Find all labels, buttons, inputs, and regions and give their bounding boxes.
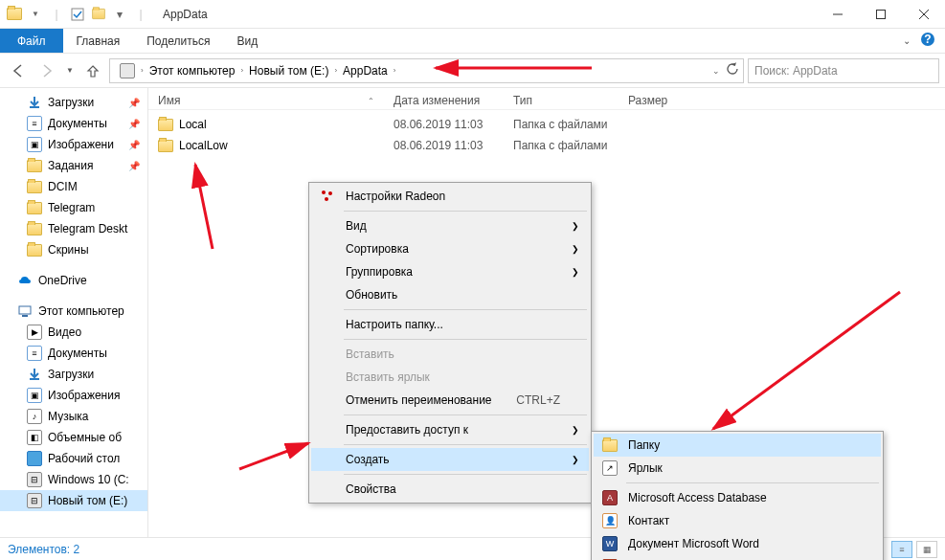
search-input[interactable]: Поиск: AppData: [748, 58, 939, 83]
menu-create[interactable]: Создать❯: [311, 448, 589, 471]
sidebar-item-dcim[interactable]: DCIM: [0, 176, 147, 197]
sidebar-item-downloads2[interactable]: Загрузки: [0, 364, 147, 385]
crumb-drive-icon[interactable]: [114, 59, 141, 82]
svg-rect-9: [22, 315, 28, 317]
svg-rect-8: [19, 306, 31, 314]
sidebar-item-screenshots[interactable]: Скрины: [0, 239, 147, 260]
folder-icon: [158, 140, 173, 152]
ribbon: Файл Главная Поделиться Вид ⌄ ?: [0, 29, 945, 54]
submenu-shortcut[interactable]: ↗Ярлык: [594, 457, 881, 480]
sidebar-item-images[interactable]: ▣Изображени📌: [0, 134, 147, 155]
folder-icon: [601, 437, 619, 454]
tab-view[interactable]: Вид: [223, 29, 271, 53]
chevron-right-icon: ❯: [572, 267, 579, 277]
sidebar-item-onedrive[interactable]: OneDrive: [0, 270, 147, 291]
column-type[interactable]: Тип: [513, 94, 628, 107]
submenu-access[interactable]: AMicrosoft Access Database: [594, 486, 881, 509]
chevron-right-icon: ❯: [572, 244, 579, 254]
sidebar-item-telegram-desktop[interactable]: Telegram Deskt: [0, 218, 147, 239]
shortcut-icon: ↗: [601, 459, 619, 477]
radeon-icon: [319, 188, 336, 205]
close-button[interactable]: [902, 0, 945, 29]
maximize-button[interactable]: [859, 0, 902, 29]
sidebar-item-downloads[interactable]: Загрузки📌: [0, 92, 147, 113]
status-count: Элементов: 2: [8, 543, 79, 556]
column-headers[interactable]: Имя⌃ Дата изменения Тип Размер: [148, 88, 945, 110]
window-title: AppData: [163, 8, 208, 21]
chevron-right-icon: ❯: [572, 221, 579, 231]
menu-paste: Вставить: [311, 343, 589, 366]
svg-point-11: [322, 190, 326, 194]
tab-file[interactable]: Файл: [0, 29, 63, 53]
qat-check-icon[interactable]: [69, 6, 86, 23]
sidebar-item-3dobjects[interactable]: ◧Объемные об: [0, 427, 147, 448]
chevron-right-icon: ❯: [572, 425, 579, 435]
folder-icon: [158, 119, 173, 131]
create-submenu: Папку ↗Ярлык AMicrosoft Access Database …: [591, 431, 884, 560]
refresh-icon[interactable]: [726, 62, 739, 78]
menu-properties[interactable]: Свойства: [311, 478, 589, 501]
file-row[interactable]: Local 08.06.2019 11:03 Папка с файлами: [148, 114, 945, 135]
qat-dropdown-icon[interactable]: ▼: [27, 6, 44, 23]
sidebar-item-music[interactable]: ♪Музыка: [0, 406, 147, 427]
sidebar-item-documents2[interactable]: ≡Документы: [0, 343, 147, 364]
view-details-button[interactable]: ≡: [891, 541, 912, 558]
ribbon-expand-icon[interactable]: ⌄: [903, 35, 911, 46]
svg-point-12: [328, 191, 332, 195]
submenu-contact[interactable]: 👤Контакт: [594, 509, 881, 532]
menu-view[interactable]: Вид❯: [311, 214, 589, 237]
pin-icon: 📌: [128, 98, 140, 108]
sidebar-item-documents[interactable]: ≡Документы📌: [0, 113, 147, 134]
tab-share[interactable]: Поделиться: [133, 29, 223, 53]
folder-app-icon: [6, 6, 23, 23]
sidebar: Загрузки📌 ≡Документы📌 ▣Изображени📌 Задан…: [0, 88, 148, 537]
crumb-volume[interactable]: Новый том (E:): [243, 59, 334, 82]
chevron-right-icon: ❯: [572, 455, 579, 464]
sidebar-item-drive-e[interactable]: ⊟Новый том (E:): [0, 490, 147, 511]
submenu-folder[interactable]: Папку: [594, 434, 881, 457]
pin-icon: 📌: [128, 119, 140, 129]
menu-radeon[interactable]: Настройки Radeon: [311, 185, 589, 208]
menu-undo[interactable]: Отменить переименованиеCTRL+Z: [311, 389, 589, 412]
submenu-word[interactable]: WДокумент Microsoft Word: [594, 532, 881, 555]
column-date[interactable]: Дата изменения: [394, 94, 513, 107]
crumb-thispc[interactable]: Этот компьютер: [144, 59, 241, 82]
menu-sort[interactable]: Сортировка❯: [311, 237, 589, 260]
view-icons-button[interactable]: ▦: [916, 541, 937, 558]
qat-divider2: |: [132, 6, 149, 23]
pin-icon: 📌: [128, 161, 140, 171]
sidebar-item-thispc[interactable]: Этот компьютер: [0, 301, 147, 322]
sidebar-item-desktop[interactable]: Рабочий стол: [0, 448, 147, 469]
menu-customize[interactable]: Настроить папку...: [311, 313, 589, 336]
qat-equals-icon[interactable]: ▾: [111, 6, 128, 23]
crumb-appdata[interactable]: AppData: [337, 59, 394, 82]
file-row[interactable]: LocalLow 08.06.2019 11:03 Папка с файлам…: [148, 135, 945, 156]
menu-share[interactable]: Предоставить доступ к❯: [311, 418, 589, 441]
sidebar-item-images2[interactable]: ▣Изображения: [0, 385, 147, 406]
sidebar-item-videos[interactable]: ▶Видео: [0, 322, 147, 343]
context-menu: Настройки Radeon Вид❯ Сортировка❯ Группи…: [308, 182, 592, 504]
pin-icon: 📌: [128, 140, 140, 150]
titlebar: ▼ | ▾ | AppData: [0, 0, 945, 29]
tab-home[interactable]: Главная: [63, 29, 134, 53]
minimize-button[interactable]: [816, 0, 859, 29]
menu-paste-shortcut: Вставить ярлык: [311, 366, 589, 389]
access-icon: A: [601, 489, 619, 506]
address-dropdown-icon[interactable]: ⌄: [712, 66, 720, 76]
column-size[interactable]: Размер: [628, 94, 705, 107]
navbar: ▼ › Этот компьютер › Новый том (E:) › Ap…: [0, 54, 945, 88]
back-button[interactable]: [6, 58, 31, 83]
menu-group[interactable]: Группировка❯: [311, 260, 589, 283]
sidebar-item-drive-c[interactable]: ⊟Windows 10 (C:: [0, 469, 147, 490]
forward-button[interactable]: [34, 58, 59, 83]
up-button[interactable]: [80, 58, 105, 83]
sidebar-item-telegram[interactable]: Telegram: [0, 197, 147, 218]
submenu-ppt[interactable]: PПрезентация Microsoft PowerPoint: [594, 555, 881, 560]
sidebar-item-tasks[interactable]: Задания📌: [0, 155, 147, 176]
menu-refresh[interactable]: Обновить: [311, 283, 589, 306]
help-icon[interactable]: ?: [920, 32, 935, 50]
address-bar[interactable]: › Этот компьютер › Новый том (E:) › AppD…: [109, 58, 744, 83]
column-name[interactable]: Имя⌃: [154, 94, 394, 107]
recent-dropdown[interactable]: ▼: [63, 58, 77, 83]
qat-folder-small-icon[interactable]: [90, 6, 107, 23]
